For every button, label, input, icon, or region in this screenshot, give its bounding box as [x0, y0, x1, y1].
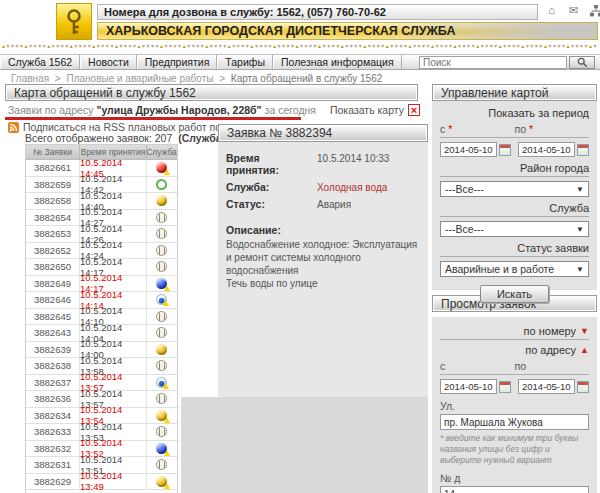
request-service: [147, 309, 176, 325]
calendar-icon[interactable]: [577, 144, 589, 156]
district-select[interactable]: ---Все--- ▼: [440, 181, 589, 197]
service-select[interactable]: ---Все--- ▼: [440, 221, 589, 237]
service-label: Служба: [440, 202, 589, 214]
service-gold-alert-icon: [156, 476, 167, 487]
calendar-icon[interactable]: [499, 144, 511, 156]
field-value-service: Холодная вода: [317, 182, 387, 193]
request-service: [147, 276, 176, 292]
request-service: [147, 259, 176, 275]
service-striped-icon: [156, 228, 167, 239]
request-detail-panel: Заявка № 3882394 Время принятия: 10.5.20…: [218, 124, 428, 397]
service-select-value: ---Все---: [445, 223, 484, 235]
divider: [440, 339, 589, 340]
sitemap-icon[interactable]: [589, 4, 600, 17]
breadcrumb-separator: >: [52, 73, 63, 84]
request-service: [147, 474, 176, 490]
to-label: по: [515, 360, 590, 372]
key-icon: [63, 8, 85, 36]
service-striped-icon: [156, 327, 167, 338]
triangle-up-icon: ▲: [580, 345, 589, 355]
district-select-value: ---Все---: [445, 183, 484, 195]
period-label: Показать за период: [440, 107, 589, 119]
street-label: Ул.: [440, 400, 589, 412]
search-input[interactable]: [419, 56, 567, 69]
total-count: Всего отображено заявок: 207: [25, 132, 172, 144]
request-service: [147, 408, 176, 424]
close-map-icon[interactable]: ×: [408, 104, 420, 116]
by-number-toggle[interactable]: по номеру ▼: [440, 325, 589, 337]
date-labels: с * по *: [440, 123, 589, 135]
request-service: [147, 424, 176, 440]
breadcrumb-item[interactable]: Плановые и аварийные работы: [66, 73, 213, 84]
breadcrumb-separator: >: [216, 73, 227, 84]
request-service: [147, 193, 176, 209]
nav-tab[interactable]: Служба 1562: [0, 55, 80, 69]
total-line: Всего отображено заявок: 207 (Служба: Вс…: [25, 132, 251, 144]
request-id: 3882636: [26, 391, 80, 407]
by-address-toggle[interactable]: по адресу ▲: [440, 344, 589, 356]
mail-icon[interactable]: ✉: [567, 4, 580, 17]
request-id: 3882643: [26, 325, 80, 341]
subtitle-prefix: Заявки по адресу: [8, 104, 93, 116]
service-drop-alert-icon: [156, 294, 167, 305]
request-service: [147, 177, 176, 193]
chevron-down-icon: ▼: [576, 185, 584, 194]
request-id: 3882634: [26, 408, 80, 424]
required-mark: *: [529, 123, 533, 135]
request-id: 3882633: [26, 424, 80, 440]
request-id: 3882650: [26, 259, 80, 275]
request-id: 3882638: [26, 358, 80, 374]
calendar-icon[interactable]: [577, 381, 589, 393]
nav-tab[interactable]: Тарифы: [217, 55, 273, 69]
map-placeholder: [181, 397, 428, 493]
chevron-down-icon: ▼: [576, 225, 584, 234]
phone-line: Номера для дозвона в службу: 1562, (057)…: [97, 4, 538, 20]
house-input[interactable]: [440, 486, 589, 493]
show-map-link[interactable]: Показать карту: [330, 104, 404, 116]
requests-table-body: 388266110.5.2014 14:45388265910.5.2014 1…: [26, 160, 177, 493]
map-search-button[interactable]: Искать: [480, 285, 549, 303]
required-mark: *: [448, 123, 452, 135]
street-hint: * введите как минимум три буквы названия…: [440, 433, 589, 466]
address-subtitle: Заявки по адресу "улица Дружбы Народов, …: [8, 104, 420, 116]
request-service: [147, 292, 176, 308]
magnifier-icon: [577, 57, 588, 68]
divider: [440, 137, 589, 138]
service-striped-icon: [156, 245, 167, 256]
street-input[interactable]: [440, 414, 589, 430]
col-header-id: № Заявки: [26, 145, 80, 159]
breadcrumb-item: Карта обращений в службу 1562: [231, 73, 382, 84]
breadcrumb-item[interactable]: Главная: [11, 73, 49, 84]
date-range: [440, 379, 589, 394]
service-gold-icon: [156, 344, 167, 355]
site-title: ХАРЬКОВСКАЯ ГОРОДСКАЯ ДИСПЕТЧЕРСКАЯ СЛУЖ…: [97, 22, 598, 40]
field-label: Служба:: [226, 181, 314, 193]
chevron-down-icon: ▼: [576, 265, 584, 274]
date-to-input[interactable]: [518, 142, 575, 157]
calendar-icon[interactable]: [499, 381, 511, 393]
date-from-input[interactable]: [440, 379, 497, 394]
map-controls-panel: Показать за период с * по * Район города…: [432, 101, 597, 290]
table-row[interactable]: 388262910.5.2014 13:49: [26, 474, 177, 491]
search-button[interactable]: [569, 56, 595, 69]
status-select[interactable]: Аварийные и в работе ▼: [440, 261, 589, 277]
nav-tab[interactable]: Новости: [80, 55, 137, 69]
decor-triangles: ▴▾▾▾▾▴▾▾▾▾▴▾▾▾▾▴▾▾▾▾▴▾▾▾▾▴▾▾▾▾▴▾▾▾▾▴▾▾▾▾…: [2, 42, 598, 51]
nav-tab[interactable]: Полезная информация: [273, 55, 402, 69]
request-service: [147, 375, 176, 391]
nav-tab[interactable]: Предприятия: [137, 55, 218, 69]
request-id: 3882632: [26, 441, 80, 457]
date-to-input[interactable]: [518, 379, 575, 394]
description-line: Течь воды по улице: [226, 277, 420, 290]
page-title: Карта обращений в службу 1562: [5, 84, 418, 101]
home-icon[interactable]: ⌂: [545, 4, 558, 17]
date-from-input[interactable]: [440, 142, 497, 157]
service-gold-icon: [156, 195, 167, 206]
service-striped-icon: [156, 360, 167, 371]
description-label: Описание:: [226, 224, 420, 236]
service-drop-alert-icon: [156, 377, 167, 388]
triangle-down-icon: ▼: [580, 326, 589, 336]
request-id: 3882652: [26, 243, 80, 259]
district-label: Район города: [440, 162, 589, 174]
logo[interactable]: [56, 3, 92, 40]
